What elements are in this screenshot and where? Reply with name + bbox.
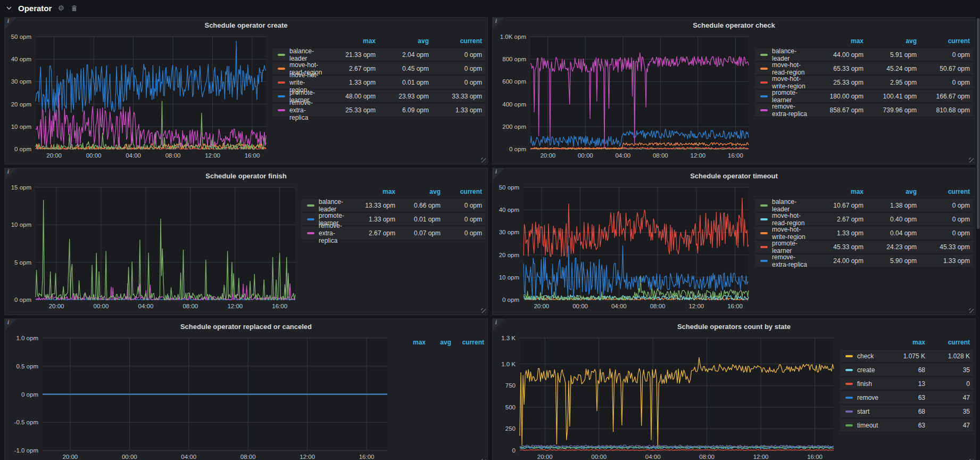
legend-sort-avg[interactable]: avg [863, 188, 917, 195]
legend-series-name[interactable]: move-hot-write-region [772, 226, 810, 241]
legend-series-toggle[interactable]: balance-leader [760, 47, 810, 62]
legend-series-name[interactable]: move-hot-read-region [772, 212, 810, 227]
legend-series-name[interactable]: remove [857, 394, 878, 401]
legend-series-name[interactable]: remove-extra-replica [772, 253, 810, 268]
legend-series-name[interactable]: balance-leader [289, 47, 322, 62]
series-color-swatch[interactable] [760, 109, 768, 111]
series-color-swatch[interactable] [845, 397, 853, 399]
legend-series-name[interactable]: move-hot-write-region [772, 75, 810, 90]
gear-icon[interactable] [57, 4, 65, 12]
legend-series-toggle[interactable]: remove-extra-replica [760, 253, 810, 268]
legend-series-toggle[interactable]: promote-learner [760, 240, 810, 254]
chart-svg[interactable]: 1.0 opm0.5 opm0 opm-0.5 opm-1.0 opm20:00… [7, 333, 391, 460]
series-color-swatch[interactable] [760, 218, 768, 220]
chart-svg[interactable]: 50 opm40 opm30 opm20 opm10 opm0 opm20:00… [495, 182, 752, 313]
panel-title[interactable]: Schedule operator replaced or canceled [5, 319, 487, 331]
series-color-swatch[interactable] [760, 81, 768, 84]
legend-series-name[interactable]: check [857, 352, 874, 360]
series-color-swatch[interactable] [760, 232, 768, 234]
panel-title[interactable]: Schedule operator finish [5, 168, 487, 180]
panel-title[interactable]: Schedule operator create [5, 18, 487, 29]
legend-series-name[interactable]: finish [857, 380, 872, 388]
series-color-swatch[interactable] [760, 54, 768, 56]
series-color-swatch[interactable] [278, 54, 285, 56]
legend-sort-avg[interactable]: avg [376, 37, 429, 45]
legend-sort-current[interactable]: current [451, 339, 484, 346]
panel-info-corner[interactable]: i [493, 18, 504, 29]
vertical-scrollbar[interactable] [977, 18, 979, 229]
legend-series-name[interactable]: promote-learner [772, 240, 810, 254]
chart-svg[interactable]: 50 opm40 opm30 opm20 opm10 opm0 opm20:00… [7, 31, 269, 162]
timeseries-chart[interactable]: 15 opm10 opm5 opm0 opm20:0000:0004:0008:… [7, 182, 298, 313]
legend-series-toggle[interactable]: balance-leader [760, 198, 810, 213]
legend-sort-current[interactable]: current [441, 188, 482, 195]
timeseries-chart[interactable]: 1.3 K1.0 K750500250020:0000:0004:0008:00… [495, 333, 837, 460]
series-color-swatch[interactable] [307, 232, 314, 234]
legend-series-toggle[interactable]: create [845, 366, 883, 374]
legend-series-toggle[interactable]: start [845, 408, 883, 415]
legend-series-toggle[interactable]: remove-extra-replica [278, 99, 322, 121]
panel-info-corner[interactable]: i [493, 168, 504, 180]
legend-sort-avg[interactable]: avg [395, 188, 441, 195]
chart-svg[interactable]: 1.0K opm800 opm600 opm400 opm200 opm0 op… [495, 31, 752, 162]
legend-sort-max[interactable]: max [883, 339, 925, 346]
timeseries-chart[interactable]: 1.0K opm800 opm600 opm400 opm200 opm0 op… [495, 31, 752, 162]
legend-series-toggle[interactable]: remove [845, 394, 883, 401]
panel-info-corner[interactable]: i [5, 18, 16, 29]
plot-area[interactable] [36, 187, 295, 300]
timeseries-chart[interactable]: 50 opm40 opm30 opm20 opm10 opm0 opm20:00… [7, 31, 269, 162]
row-title[interactable]: Operator [18, 4, 52, 13]
legend-series-name[interactable]: remove-extra-replica [289, 99, 322, 121]
legend-series-toggle[interactable]: balance-leader [278, 47, 322, 62]
legend-series-toggle[interactable]: promote-learner [760, 89, 810, 104]
legend-series-toggle[interactable]: move-hot-write-region [760, 75, 810, 90]
legend-sort-current[interactable]: current [917, 188, 970, 195]
legend-sort-avg[interactable]: avg [863, 37, 917, 45]
series-color-swatch[interactable] [278, 68, 285, 70]
legend-sort-max[interactable]: max [810, 37, 863, 45]
series-color-swatch[interactable] [278, 109, 285, 111]
chart-svg[interactable]: 15 opm10 opm5 opm0 opm20:0000:0004:0008:… [7, 182, 298, 313]
series-color-swatch[interactable] [845, 369, 853, 371]
chart-svg[interactable]: 1.3 K1.0 K750500250020:0000:0004:0008:00… [495, 333, 837, 460]
panel-info-corner[interactable]: i [493, 319, 504, 331]
legend-sort-max[interactable]: max [322, 37, 376, 45]
panel-info-corner[interactable]: i [5, 168, 16, 180]
panel-resize-handle[interactable] [969, 158, 974, 162]
series-color-swatch[interactable] [307, 218, 314, 220]
series-color-swatch[interactable] [760, 260, 768, 262]
series-color-swatch[interactable] [760, 246, 768, 248]
trash-icon[interactable] [70, 4, 78, 12]
legend-series-name[interactable]: balance-leader [319, 198, 345, 213]
legend-series-name[interactable]: timeout [857, 422, 878, 429]
legend-sort-max[interactable]: max [810, 188, 863, 195]
series-color-swatch[interactable] [278, 81, 285, 84]
series-color-swatch[interactable] [845, 355, 853, 357]
series-color-swatch[interactable] [278, 95, 285, 97]
legend-series-toggle[interactable]: check [845, 352, 883, 360]
legend-series-toggle[interactable]: move-hot-read-region [760, 61, 810, 76]
legend-series-toggle[interactable]: finish [845, 380, 883, 388]
panel-info-corner[interactable]: i [5, 319, 16, 331]
legend-series-toggle[interactable]: timeout [845, 422, 883, 429]
chevron-down-icon[interactable] [5, 4, 13, 12]
panel-resize-handle[interactable] [969, 308, 974, 313]
legend-series-name[interactable]: remove-extra-replica [772, 103, 810, 118]
legend-series-name[interactable]: move-hot-read-region [772, 61, 810, 76]
legend-series-toggle[interactable]: remove-extra-replica [307, 222, 345, 244]
legend-series-toggle[interactable]: balance-leader [307, 198, 345, 213]
legend-series-name[interactable]: start [857, 408, 869, 415]
legend-series-toggle[interactable]: move-hot-write-region [760, 226, 810, 241]
panel-resize-handle[interactable] [481, 308, 486, 313]
legend-series-toggle[interactable]: move-hot-read-region [760, 212, 810, 227]
series-color-swatch[interactable] [845, 383, 853, 385]
legend-series-name[interactable]: create [857, 366, 875, 374]
legend-sort-max[interactable]: max [399, 339, 426, 346]
legend-sort-current[interactable]: current [429, 37, 482, 45]
legend-series-name[interactable]: balance-leader [772, 47, 810, 62]
legend-series-name[interactable]: remove-extra-replica [319, 222, 345, 244]
series-color-swatch[interactable] [760, 68, 768, 70]
series-color-swatch[interactable] [845, 410, 853, 413]
series-color-swatch[interactable] [760, 204, 768, 207]
legend-sort-current[interactable]: current [917, 37, 970, 45]
